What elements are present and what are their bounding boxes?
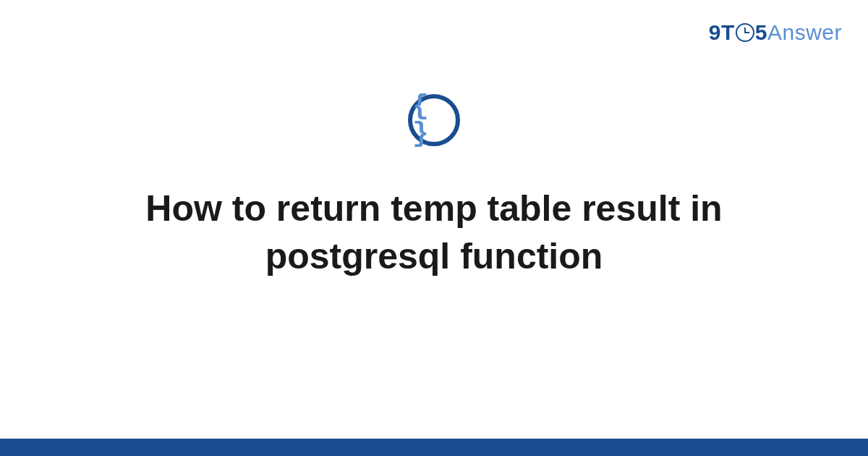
site-logo: 9T5Answer [709,20,842,45]
logo-text-part3: Answer [767,20,842,44]
page-title: How to return temp table result in postg… [51,185,817,280]
footer-bar [0,439,868,456]
logo-text-part1: 9T [709,20,735,44]
logo-text-part2: 5 [755,20,767,44]
clock-icon [736,23,754,42]
code-braces-icon: { } [408,94,460,146]
braces-glyph: { } [412,93,456,148]
